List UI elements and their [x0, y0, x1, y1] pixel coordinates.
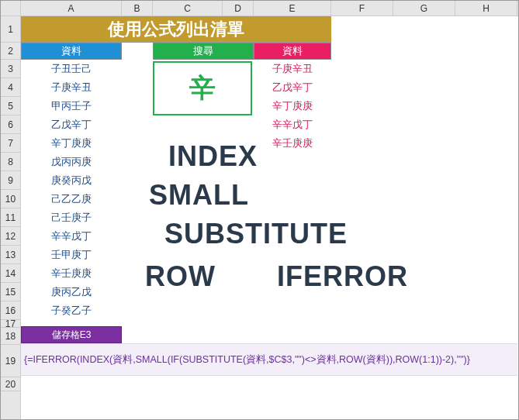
row-header-8[interactable]: 8	[1, 153, 20, 171]
formula-display: {=IFERROR(INDEX(資料,SMALL(IF(SUBSTITUTE(資…	[21, 343, 517, 376]
row-header-15[interactable]: 15	[1, 283, 20, 301]
col-header-b[interactable]: B	[122, 1, 153, 15]
data-a-row[interactable]: 己壬庚子	[21, 211, 122, 225]
row-header-19[interactable]: 19	[1, 345, 20, 377]
column-headers: ABCDEFGH	[1, 1, 518, 16]
data-e-row[interactable]: 辛丁庚庚	[254, 99, 331, 113]
row-header-11[interactable]: 11	[1, 208, 20, 227]
spreadsheet: ABCDEFGH 1234567891011121314151617181920…	[0, 0, 519, 420]
row-header-7[interactable]: 7	[1, 134, 20, 153]
header-search: 搜尋	[153, 43, 254, 60]
row-header-3[interactable]: 3	[1, 60, 20, 78]
data-a-row[interactable]: 辛丁庚庚	[21, 136, 122, 150]
header-data-a: 資料	[21, 43, 122, 60]
row-header-5[interactable]: 5	[1, 97, 20, 115]
row-header-16[interactable]: 16	[1, 301, 20, 320]
cell-reference-label: 儲存格E3	[21, 326, 122, 343]
row-header-2[interactable]: 2	[1, 43, 20, 60]
col-header-g[interactable]: G	[393, 1, 455, 15]
row-header-20[interactable]: 20	[1, 377, 20, 391]
row-header-18[interactable]: 18	[1, 328, 20, 345]
row-header-6[interactable]: 6	[1, 115, 20, 134]
col-header-a[interactable]: A	[21, 1, 122, 15]
data-e-row[interactable]: 乙戊辛丁	[254, 81, 331, 95]
search-value-cell[interactable]: 辛	[153, 61, 252, 115]
header-data-e: 資料	[254, 43, 331, 60]
row-header-17[interactable]: 17	[1, 320, 20, 328]
row-header-1[interactable]: 1	[1, 16, 20, 43]
data-a-row[interactable]: 辛壬庚庚	[21, 267, 122, 281]
data-a-row[interactable]: 辛辛戊丁	[21, 229, 122, 243]
col-header-e[interactable]: E	[254, 1, 331, 15]
data-a-row[interactable]: 己乙乙庚	[21, 192, 122, 206]
data-a-row[interactable]: 子丑壬己	[21, 62, 122, 76]
row-header-13[interactable]: 13	[1, 246, 20, 264]
col-header-c[interactable]: C	[153, 1, 223, 15]
data-a-row[interactable]: 甲丙壬子	[21, 99, 122, 113]
row-headers: 1234567891011121314151617181920	[1, 16, 21, 419]
fn-substitute: SUBSTITUTE	[164, 218, 348, 250]
data-a-row[interactable]: 子庚辛丑	[21, 81, 122, 95]
row-header-12[interactable]: 12	[1, 227, 20, 246]
col-header-d[interactable]: D	[223, 1, 254, 15]
fn-row: ROW	[145, 260, 216, 293]
data-e-row[interactable]: 子庚辛丑	[254, 62, 331, 76]
title-bar: 使用公式列出清單	[21, 16, 331, 43]
fn-small: SMALL	[149, 179, 249, 212]
grid-area[interactable]: 使用公式列出清單 資料 搜尋 資料 辛 INDEX SMALL SUBSTITU…	[21, 16, 518, 419]
row-header-9[interactable]: 9	[1, 171, 20, 190]
data-a-row[interactable]: 乙戊辛丁	[21, 118, 122, 132]
row-header-10[interactable]: 10	[1, 190, 20, 208]
data-e-row[interactable]: 辛壬庚庚	[254, 136, 331, 150]
data-a-row[interactable]: 庚癸丙戊	[21, 174, 122, 188]
col-header-h[interactable]: H	[455, 1, 517, 15]
col-header-f[interactable]: F	[331, 1, 393, 15]
row-header-14[interactable]: 14	[1, 264, 20, 283]
fn-index: INDEX	[168, 140, 258, 173]
data-a-row[interactable]: 戊丙丙庚	[21, 155, 122, 169]
select-all-corner[interactable]	[1, 1, 21, 15]
data-a-row[interactable]: 庚丙乙戊	[21, 285, 122, 299]
row-header-4[interactable]: 4	[1, 78, 20, 97]
data-a-row[interactable]: 壬甲庚丁	[21, 248, 122, 262]
data-a-row[interactable]: 子癸乙子	[21, 304, 122, 318]
data-e-row[interactable]: 辛辛戊丁	[254, 118, 331, 132]
fn-iferror: IFERROR	[277, 260, 408, 293]
